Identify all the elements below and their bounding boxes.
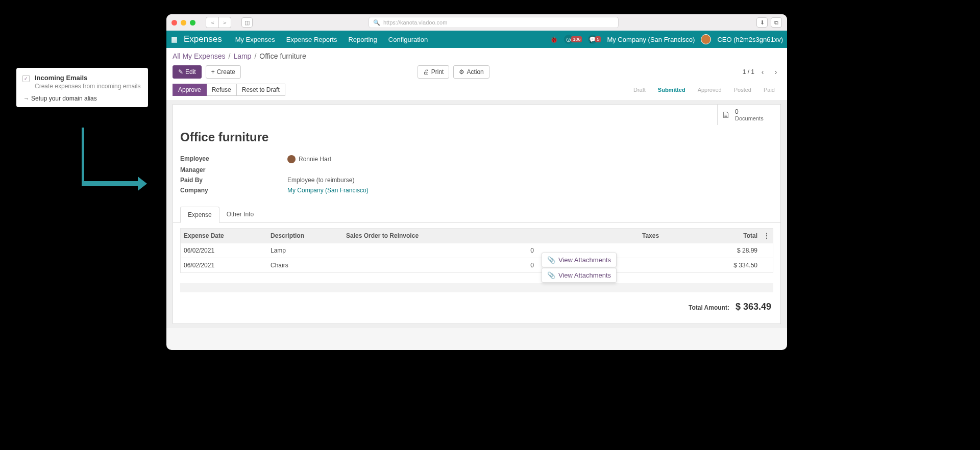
app-brand[interactable]: Expenses	[184, 34, 222, 44]
status-approved[interactable]: Approved	[692, 85, 728, 95]
close-window-button[interactable]	[172, 20, 177, 26]
edit-button[interactable]: ✎ Edit	[173, 65, 202, 79]
callout-title: Incoming Emails	[35, 74, 140, 82]
pager-text: 1 / 1	[743, 68, 754, 76]
cell-desc: Lamp	[267, 243, 343, 258]
view-attachments-button[interactable]: 📎 View Attachments	[542, 253, 617, 267]
tabs-button[interactable]: ⧉	[771, 17, 782, 28]
th-taxes: Taxes	[639, 229, 674, 243]
top-nav: ▦ Expenses My Expenses Expense Reports R…	[166, 31, 787, 48]
forward-button[interactable]: ＞	[218, 17, 231, 28]
plus-icon: +	[211, 68, 215, 76]
paperclip-icon: 📎	[547, 256, 555, 264]
documents-button[interactable]: 🗎 0 Documents	[717, 105, 780, 125]
sidebar-toggle[interactable]: ◫	[241, 17, 253, 28]
breadcrumb-sep: /	[228, 52, 230, 60]
breadcrumb-root[interactable]: All My Expenses	[173, 52, 225, 60]
table-row: 06/02/2021 Lamp 0 $ 28.99	[181, 243, 773, 258]
employee-label: Employee	[180, 155, 287, 163]
employee-name: Ronnie Hart	[299, 156, 331, 163]
th-date: Expense Date	[181, 229, 267, 243]
print-button[interactable]: 🖨 Print	[418, 65, 450, 79]
paidby-value: Employee (to reimburse)	[287, 177, 354, 184]
maximize-window-button[interactable]	[190, 20, 195, 26]
attach-label: View Attachments	[558, 256, 611, 264]
breadcrumb-sep: /	[254, 52, 256, 60]
callout-subtitle: Create expenses from incoming emails	[35, 83, 140, 90]
document-icon: 🗎	[722, 110, 731, 120]
pager-prev[interactable]: ‹	[757, 68, 768, 76]
breadcrumb-current: Office furniture	[259, 52, 306, 60]
form-sheet: 🗎 0 Documents Office furniture Employee …	[173, 104, 781, 324]
status-paid[interactable]: Paid	[757, 85, 781, 95]
table-header: Expense Date Description Sales Order to …	[181, 229, 773, 243]
refuse-button[interactable]: Refuse	[207, 84, 237, 96]
setup-domain-link[interactable]: → Setup your domain alias	[22, 95, 142, 102]
cell-date: 06/02/2021	[181, 258, 267, 272]
status-row: Approve Refuse Reset to Draft Draft Subm…	[166, 84, 787, 100]
status-submitted[interactable]: Submitted	[652, 85, 692, 95]
documents-count: 0	[735, 108, 764, 115]
cell-menu	[761, 258, 773, 272]
company-switcher[interactable]: My Company (San Francisco)	[607, 36, 695, 43]
view-attachments-button[interactable]: 📎 View Attachments	[542, 268, 617, 283]
callout-link-label: Setup your domain alias	[31, 95, 97, 102]
company-label: Company	[180, 187, 287, 194]
back-button[interactable]: ＜	[206, 17, 218, 28]
nav-links: My Expenses Expense Reports Reporting Co…	[235, 36, 428, 43]
cell-date: 06/02/2021	[181, 243, 267, 258]
url-text: https://kanota.viadoo.com	[383, 19, 447, 26]
table-footer	[180, 283, 773, 292]
apps-menu-icon[interactable]: ▦	[166, 35, 182, 43]
pager-next[interactable]: ›	[771, 68, 781, 76]
cell-tax	[639, 243, 674, 258]
approve-button[interactable]: Approve	[173, 84, 207, 96]
checkbox[interactable]: ✓	[22, 75, 30, 82]
reset-to-draft-button[interactable]: Reset to Draft	[237, 84, 285, 96]
tab-other-info[interactable]: Other Info	[219, 207, 261, 222]
download-button[interactable]: ⬇	[756, 17, 768, 28]
nav-reporting[interactable]: Reporting	[348, 36, 377, 43]
th-menu-icon[interactable]: ⋮	[761, 229, 773, 243]
action-label: Action	[467, 68, 483, 76]
address-bar[interactable]: 🔍 https://kanota.viadoo.com	[369, 17, 619, 28]
cell-total: $ 28.99	[674, 243, 761, 258]
cell-desc: Chairs	[267, 258, 343, 272]
messages-count: 5	[595, 36, 601, 42]
search-icon: 🔍	[373, 19, 380, 26]
status-posted[interactable]: Posted	[728, 85, 757, 95]
breadcrumb-mid[interactable]: Lamp	[233, 52, 251, 60]
paperclip-icon: 📎	[547, 271, 555, 279]
documents-label: Documents	[735, 115, 764, 121]
action-button[interactable]: ⚙ Action	[453, 65, 489, 79]
company-value[interactable]: My Company (San Francisco)	[287, 187, 369, 194]
activity-indicator[interactable]: ◶ 106	[564, 35, 582, 44]
messages-indicator[interactable]: 💬 5	[588, 35, 601, 44]
minimize-window-button[interactable]	[181, 20, 186, 26]
nav-configuration[interactable]: Configuration	[388, 36, 428, 43]
th-blank	[481, 229, 537, 243]
status-draft[interactable]: Draft	[627, 85, 652, 95]
bug-icon[interactable]: 🐞	[550, 36, 558, 43]
decorative-arrow	[82, 181, 140, 186]
cell-sales	[343, 258, 481, 272]
cell-sales	[343, 243, 481, 258]
user-avatar[interactable]	[701, 34, 711, 44]
create-button[interactable]: + Create	[206, 65, 241, 79]
nav-my-expenses[interactable]: My Expenses	[235, 36, 275, 43]
employee-value[interactable]: Ronnie Hart	[287, 155, 331, 163]
action-bar: ✎ Edit + Create 🖨 Print ⚙ Action 1 / 1 ‹…	[166, 62, 787, 84]
gear-icon: ⚙	[459, 68, 464, 76]
page-title: Office furniture	[173, 105, 780, 147]
user-name[interactable]: CEO (h2m2s3gn61xv)	[717, 36, 783, 43]
tab-expense[interactable]: Expense	[180, 207, 219, 223]
table-row: 06/02/2021 Chairs 0 $ 334.50	[181, 258, 773, 272]
edit-label: Edit	[185, 68, 196, 76]
manager-label: Manager	[180, 166, 287, 173]
nav-expense-reports[interactable]: Expense Reports	[286, 36, 337, 43]
print-label: Print	[431, 68, 444, 76]
titlebar: ＜ ＞ ◫ 🔍 https://kanota.viadoo.com ⬇ ⧉	[166, 14, 787, 31]
activity-count: 106	[571, 36, 582, 42]
total-label: Total Amount:	[689, 304, 729, 311]
cell-menu	[761, 243, 773, 258]
